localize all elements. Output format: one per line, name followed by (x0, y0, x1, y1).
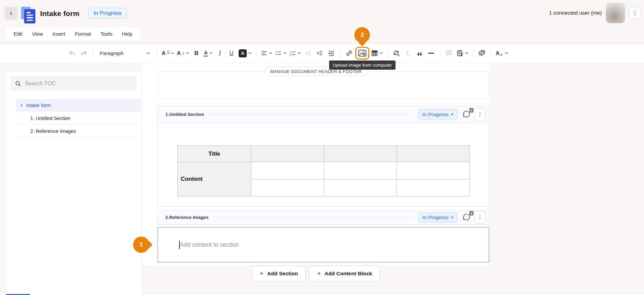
page-break-button[interactable] (326, 47, 337, 59)
add-section-button[interactable]: + Add Section (252, 266, 306, 281)
align-left-icon (261, 50, 268, 57)
formatting-toolbar: Paragraph A A ↕ B A I U A 12 (0, 44, 644, 63)
approval-bubble-icon (478, 50, 486, 57)
font-size-icon: A (177, 50, 181, 56)
spellcheck-button[interactable]: A ✓ (495, 47, 509, 59)
table-cell-empty[interactable] (251, 179, 324, 196)
section-status-dropdown[interactable]: In Progress ▾ (418, 212, 457, 223)
bold-button[interactable]: B (191, 47, 202, 59)
section-content-editor[interactable]: 1 Add content to section (158, 227, 489, 262)
chevron-down-icon (465, 52, 468, 54)
horizontal-rule-button[interactable] (426, 47, 437, 59)
highlight-color-button[interactable]: A (238, 47, 253, 59)
menu-edit[interactable]: Edit (9, 28, 27, 40)
plus-icon: + (317, 270, 321, 277)
approvals-button[interactable] (477, 47, 487, 59)
chevron-down-icon (505, 52, 508, 54)
table-cell-empty[interactable] (324, 162, 397, 179)
upload-image-button[interactable]: 2 Upload image from computer (355, 47, 369, 59)
font-style-icon: A (162, 50, 166, 56)
section-comments-button[interactable]: 0 (462, 213, 471, 222)
section-comments-button[interactable]: 0 (462, 110, 471, 119)
toc-root-intake-form[interactable]: ▼ Intake form (16, 99, 141, 112)
menu-insert[interactable]: Insert (48, 28, 70, 40)
intake-form-editor: { "header": { "title": "Intake form", "s… (0, 0, 644, 295)
upload-image-tooltip: Upload image from computer (329, 60, 395, 70)
toc-item-label: 1. Untitled Section (30, 116, 70, 121)
back-button[interactable]: ‹ (5, 7, 17, 20)
section-menu-button[interactable]: ⋮ (474, 108, 485, 121)
dotted-divider (210, 114, 413, 115)
redo-button[interactable] (78, 47, 89, 59)
table-cell-title[interactable]: Title (178, 146, 251, 162)
add-comment-button[interactable] (444, 47, 455, 59)
table-cell-empty[interactable] (397, 162, 470, 179)
chevron-down-icon (186, 52, 189, 54)
font-style-button[interactable]: A (161, 47, 175, 59)
numbered-list-button[interactable]: 12 (288, 47, 302, 59)
menu-view[interactable]: View (27, 28, 48, 40)
connected-users-label: 1 connected user (me) (549, 10, 602, 16)
clear-formatting-icon: Tx (406, 50, 410, 57)
bullet-list-icon (275, 50, 282, 57)
paragraph-style-select[interactable]: Paragraph (96, 47, 154, 59)
back-chevron-icon: ‹ (10, 9, 12, 18)
document-status-badge[interactable]: In Progress (88, 8, 127, 18)
link-button[interactable] (344, 47, 355, 59)
page-break-icon (328, 50, 335, 57)
undo-button[interactable] (67, 47, 78, 59)
table-button[interactable] (370, 47, 384, 59)
svg-text:2: 2 (290, 53, 291, 56)
menu-format[interactable]: Format (70, 28, 96, 40)
clear-formatting-button[interactable]: Tx (403, 47, 414, 59)
kebab-icon: ⋮ (477, 111, 483, 118)
menu-help[interactable]: Help (117, 28, 137, 40)
upload-image-icon (358, 49, 367, 57)
italic-icon: I (219, 50, 221, 57)
editor-placeholder: Add content to section (180, 241, 239, 248)
toc-item-reference-images[interactable]: 2. Reference Images (18, 125, 142, 138)
toc-search-input[interactable] (25, 80, 132, 87)
blockquote-button[interactable]: “ (414, 47, 425, 59)
font-size-button[interactable]: A ↕ (176, 47, 191, 59)
search-icon (15, 80, 21, 87)
toc-search[interactable] (11, 76, 136, 91)
chevron-down-icon (171, 52, 174, 54)
document-canvas: MANAGE DOCUMENT HEADER & FOOTER 1.Untitl… (142, 63, 489, 265)
comment-count-badge: 0 (469, 108, 473, 112)
section-menu-button[interactable]: ⋮ (474, 211, 485, 224)
toc-sidebar: ▼ Intake form 1. Untitled Section 2. Ref… (5, 71, 142, 295)
table-cell-empty[interactable] (397, 146, 470, 162)
align-button[interactable] (260, 47, 273, 59)
table-cell-empty[interactable] (324, 179, 397, 196)
toc-root-label: Intake form (26, 103, 51, 108)
section-title: 1.Untitled Section (165, 112, 204, 117)
notes-button[interactable] (455, 47, 469, 59)
menu-tools[interactable]: Tools (96, 28, 117, 40)
add-comment-icon (446, 50, 453, 57)
header-menu-button[interactable]: ⋮ (629, 7, 641, 19)
chevron-down-icon (380, 52, 383, 54)
section-status-dropdown[interactable]: In Progress ▾ (418, 109, 457, 120)
section-reference-images-header: 2.Reference Images In Progress ▾ 0 ⋮ (158, 210, 489, 225)
indent-button[interactable] (314, 47, 325, 59)
toc-item-untitled-section[interactable]: 1. Untitled Section (18, 112, 142, 125)
table-cell-empty[interactable] (251, 146, 324, 162)
redo-icon (80, 50, 87, 57)
add-content-block-button[interactable]: + Add Content Block (309, 266, 380, 281)
underline-button[interactable]: U (226, 47, 237, 59)
find-replace-button[interactable] (391, 47, 402, 59)
font-color-button[interactable]: A (203, 47, 214, 59)
bullet-list-button[interactable] (274, 47, 288, 59)
table-cell-empty[interactable] (397, 179, 470, 196)
outdent-button[interactable] (303, 47, 313, 59)
notes-edit-icon (456, 50, 464, 57)
avatar[interactable] (606, 3, 625, 23)
italic-button[interactable]: I (214, 47, 225, 59)
tree-caret-icon: ▼ (20, 104, 23, 107)
annotation-step-2: 2 (354, 27, 370, 43)
table-cell-empty[interactable] (324, 146, 397, 162)
table-cell-empty[interactable] (251, 162, 324, 179)
table-cell-content[interactable]: Content (178, 162, 251, 196)
annotation-step-1: 1 (133, 237, 149, 253)
